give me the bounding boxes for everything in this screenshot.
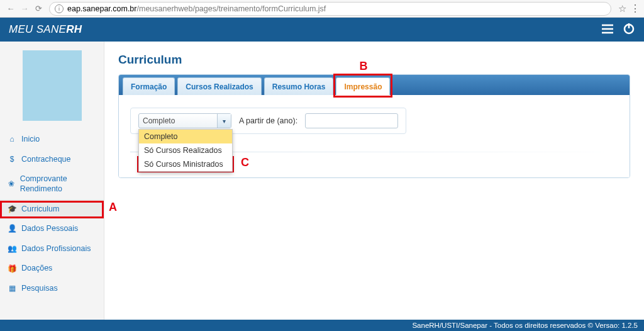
gift-icon: 🎁: [8, 264, 16, 274]
combobox-option-so-cursos-ministrados[interactable]: Só Cursos Ministrados: [139, 157, 232, 171]
sidebar-item-label: Doações: [21, 264, 52, 274]
tab-impressao[interactable]: Impressão: [336, 77, 390, 95]
browser-toolbar: ← → ⟳ i eap.sanepar.com.br/meusanerhweb/…: [0, 0, 644, 18]
combobox-option-completo[interactable]: Completo: [139, 130, 232, 143]
tab-resumo-horas[interactable]: Resumo Horas: [264, 77, 334, 95]
paw-icon: ❀: [8, 179, 15, 189]
app-logo: MEU SANERH: [9, 23, 82, 36]
footer: SaneRH/USTI/Sanepar - Todos os direitos …: [0, 320, 644, 331]
sidebar-item-label: Contracheque: [21, 155, 71, 165]
sidebar-item-dados-pessoais[interactable]: 👤 Dados Pessoais: [0, 219, 104, 239]
url-host: eap.sanepar.com.br: [67, 4, 137, 13]
browser-menu-icon[interactable]: ⋮: [629, 3, 640, 14]
tab-label: Formação: [131, 82, 167, 91]
year-input[interactable]: [305, 113, 398, 128]
graduation-icon: 🎓: [8, 205, 16, 214]
browser-reload-button[interactable]: ⟳: [31, 2, 45, 16]
tab-formacao[interactable]: Formação: [123, 77, 175, 95]
tab-bar: Formação Cursos Realizados Resumo Horas …: [119, 75, 630, 95]
callout-a: A: [109, 201, 117, 214]
sidebar-item-label: Curriculum: [21, 205, 59, 215]
app-header: MEU SANERH: [0, 18, 644, 42]
logo-prefix: MEU SANE: [9, 23, 66, 35]
url-path: /meusanerhweb/pages/treinamento/formCurr…: [137, 4, 326, 13]
sidebar-item-pesquisas[interactable]: ▦ Pesquisas: [0, 279, 104, 299]
tab-panel: Formação Cursos Realizados Resumo Horas …: [118, 74, 630, 178]
combobox-value: Completo: [143, 116, 175, 125]
logo-suffix: RH: [66, 23, 82, 35]
users-icon: 👥: [8, 244, 16, 254]
tab-label: Resumo Horas: [272, 82, 326, 91]
browser-back-button[interactable]: ←: [4, 2, 18, 16]
sidebar-item-label: Inicio: [21, 135, 40, 145]
sidebar-item-doacoes[interactable]: 🎁 Doações: [0, 259, 104, 279]
tab-content-impressao: Completo ▾ Completo Só Cursos Realizados…: [119, 95, 630, 177]
combobox-option-so-cursos-realizados[interactable]: Só Cursos Realizados: [139, 143, 232, 157]
sidebar-item-label: Pesquisas: [21, 284, 58, 294]
sidebar-item-label: Comprovante Rendimento: [20, 174, 96, 194]
sidebar-item-inicio[interactable]: ⌂ Inicio: [0, 130, 104, 150]
browser-forward-button: →: [18, 2, 31, 16]
tab-cursos-realizados[interactable]: Cursos Realizados: [177, 77, 261, 95]
sidebar-item-label: Dados Profissionais: [21, 244, 91, 254]
combobox-dropdown: Completo Só Cursos Realizados Só Cursos …: [138, 129, 233, 172]
sidebar-item-label: Dados Pessoais: [21, 224, 78, 234]
year-label: A partir de (ano):: [239, 116, 297, 125]
sidebar-item-dados-profissionais[interactable]: 👥 Dados Profissionais: [0, 239, 104, 259]
content-area: Curriculum Formação Cursos Realizados Re…: [104, 42, 644, 320]
site-info-icon[interactable]: i: [55, 4, 64, 13]
user-icon: 👤: [8, 224, 16, 233]
hamburger-menu-icon[interactable]: [601, 23, 614, 37]
dollar-icon: $: [8, 155, 16, 164]
page-title: Curriculum: [118, 53, 630, 67]
home-icon: ⌂: [8, 135, 16, 144]
logout-power-icon[interactable]: [623, 22, 635, 38]
calendar-icon: ▦: [8, 284, 16, 293]
avatar: [23, 50, 82, 121]
sidebar-item-comprovante-rendimento[interactable]: ❀ Comprovante Rendimento: [0, 169, 104, 199]
chevron-down-icon[interactable]: ▾: [217, 114, 231, 128]
tab-label: Impressão: [344, 82, 382, 91]
sidebar: ⌂ Inicio $ Contracheque ❀ Comprovante Re…: [0, 42, 104, 320]
browser-url-input[interactable]: i eap.sanepar.com.br/meusanerhweb/pages/…: [49, 2, 611, 16]
footer-text: SaneRH/USTI/Sanepar - Todos os direitos …: [412, 322, 638, 329]
sidebar-item-curriculum[interactable]: 🎓 Curriculum: [0, 199, 104, 220]
print-filter-row: Completo ▾ Completo Só Cursos Realizados…: [130, 108, 406, 134]
scope-combobox[interactable]: Completo ▾ Completo Só Cursos Realizados…: [138, 113, 231, 128]
tab-label: Cursos Realizados: [186, 82, 253, 91]
sidebar-item-contracheque[interactable]: $ Contracheque: [0, 150, 104, 170]
bookmark-star-icon[interactable]: ☆: [615, 3, 629, 14]
